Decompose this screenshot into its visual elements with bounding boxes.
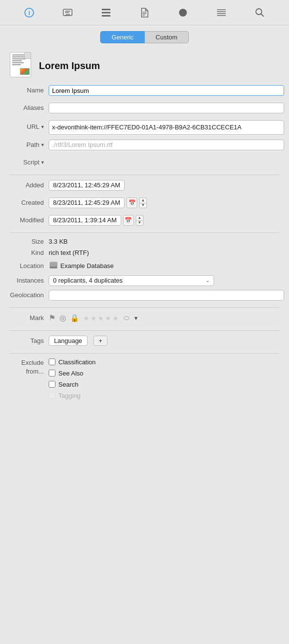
svg-text:i: i (28, 9, 30, 17)
created-calendar-btn[interactable]: 📅 (126, 197, 137, 208)
script-label-wrap: Script ▼ (5, 157, 49, 168)
modified-stepper-down[interactable]: ▼ (136, 220, 144, 226)
label-color-icon[interactable]: ⬭ (124, 314, 129, 322)
star-2[interactable]: ★ (90, 314, 97, 322)
exclude-checkbox-list: Classification See Also Search Tagging (49, 358, 96, 399)
tags-label: Tags (5, 336, 49, 346)
star-4[interactable]: ★ (105, 314, 111, 322)
geolocation-input[interactable] (49, 290, 284, 301)
modified-calendar-btn[interactable]: 📅 (123, 215, 134, 226)
exclude-search-item[interactable]: Search (49, 381, 96, 388)
exclude-seealso-label: See Also (58, 370, 83, 377)
url-label: URL (27, 122, 39, 132)
geolocation-label: Geolocation (5, 290, 49, 301)
mark-label: Mark (5, 313, 49, 323)
script-row: Script ▼ (5, 157, 284, 168)
added-date-value: 8/23/2011, 12:45:29 AM (49, 180, 125, 191)
search-toolbar-icon[interactable] (253, 6, 267, 19)
tag-language[interactable]: Language (49, 336, 88, 346)
exclude-seealso-item[interactable]: See Also (49, 370, 96, 377)
exclude-tagging-label: Tagging (58, 392, 81, 399)
script-dropdown-arrow[interactable]: ▼ (40, 157, 45, 168)
exclude-from-label: Exclude (21, 359, 44, 366)
url-dropdown-arrow[interactable]: ▼ (40, 122, 45, 132)
exclude-classification-label: Classification (58, 358, 96, 366)
exclude-classification-item[interactable]: Classification (49, 358, 96, 366)
modified-date-value: 8/23/2011, 1:39:14 AM (49, 215, 121, 226)
instances-chevron-icon: ⌄ (205, 277, 210, 284)
tags-container: Language + (49, 336, 108, 346)
document-thumbnail (10, 52, 33, 79)
svg-rect-6 (102, 12, 110, 13)
flag-icon[interactable]: ⚑ (49, 313, 55, 322)
lines-icon[interactable] (215, 6, 228, 19)
modified-stepper-up[interactable]: ▲ (136, 215, 144, 220)
name-row: Name (5, 85, 284, 98)
location-label: Location (5, 262, 49, 269)
star-rating[interactable]: ★ ★ ★ ★ ★ (83, 314, 119, 322)
instances-value: 0 replicants, 4 duplicates (53, 277, 123, 284)
tag-add-button[interactable]: + (93, 336, 108, 346)
svg-rect-7 (102, 15, 110, 17)
svg-line-17 (261, 14, 264, 17)
form-area: Name Aliases URL ▼ x-devonthink-item://F… (0, 85, 289, 399)
location-value: Example Database (49, 260, 114, 271)
exclude-tagging-checkbox (49, 392, 55, 399)
created-stepper-up[interactable]: ▲ (139, 197, 147, 203)
created-label: Created (5, 197, 49, 208)
database-icon (49, 260, 58, 271)
svg-point-16 (256, 9, 262, 15)
path-dropdown-arrow[interactable]: ▼ (40, 140, 45, 150)
path-input[interactable]: ./rtf/3/Lorem Ipsum.rtf (49, 140, 284, 150)
name-input[interactable] (49, 85, 284, 96)
label-dropdown-arrow[interactable]: ▼ (133, 315, 139, 321)
exclude-seealso-checkbox[interactable] (49, 370, 55, 376)
aliases-input[interactable] (49, 103, 284, 113)
exclude-from-sublabel: from... (26, 368, 44, 375)
aliases-label: Aliases (5, 103, 49, 113)
added-label: Added (5, 180, 49, 191)
url-label-wrap: URL ▼ (5, 120, 49, 132)
path-label: Path (26, 140, 39, 150)
aliases-row: Aliases (5, 103, 284, 115)
divider-5 (10, 353, 279, 354)
size-row: Size 3.3 KB (5, 238, 284, 245)
svg-rect-5 (102, 9, 110, 10)
name-label: Name (5, 85, 49, 96)
created-stepper-down[interactable]: ▼ (139, 203, 147, 208)
generic-tab[interactable]: Generic (100, 31, 144, 43)
modified-date-wrap: 8/23/2011, 1:39:14 AM 📅 ▲ ▼ (49, 215, 144, 226)
document-title: Lorem Ipsum (39, 60, 100, 72)
info-icon[interactable]: i (22, 6, 36, 19)
created-date-value: 8/23/2011, 12:45:29 AM (49, 197, 125, 208)
mark-row: Mark ⚑ ◎ 🔒 ★ ★ ★ ★ ★ ⬭ ▼ (5, 313, 284, 323)
star-3[interactable]: ★ (98, 314, 104, 322)
exclude-row: Exclude from... Classification See Also … (5, 358, 284, 399)
mark-icons: ⚑ ◎ 🔒 ★ ★ ★ ★ ★ ⬭ ▼ (49, 313, 139, 322)
circle-mark-icon[interactable]: ◎ (59, 313, 66, 322)
added-row: Added 8/23/2011, 12:45:29 AM (5, 180, 284, 193)
size-label: Size (5, 238, 49, 245)
instances-dropdown[interactable]: 0 replicants, 4 duplicates ⌄ (49, 275, 214, 286)
lock-icon[interactable]: 🔒 (70, 314, 79, 322)
tags-row: Tags Language + (5, 336, 284, 346)
exclude-search-checkbox[interactable] (49, 381, 55, 388)
created-date-wrap: 8/23/2011, 12:45:29 AM 📅 ▲ ▼ (49, 197, 147, 208)
comment-icon[interactable] (61, 6, 74, 19)
document-icon[interactable] (138, 6, 151, 19)
added-date-wrap: 8/23/2011, 12:45:29 AM (49, 180, 125, 191)
svg-rect-20 (50, 267, 57, 268)
created-row: Created 8/23/2011, 12:45:29 AM 📅 ▲ ▼ (5, 197, 284, 210)
custom-tab[interactable]: Custom (144, 31, 189, 43)
divider-1 (10, 175, 279, 175)
star-1[interactable]: ★ (83, 314, 90, 322)
exclude-tagging-item: Tagging (49, 392, 96, 399)
circle-icon[interactable] (176, 6, 190, 19)
list-icon[interactable] (99, 6, 113, 19)
url-value[interactable]: x-devonthink-item://FFEC7ED0-01A1-4978-B… (49, 120, 284, 135)
instances-row: Instances 0 replicants, 4 duplicates ⌄ (5, 275, 284, 286)
modified-stepper: ▲ ▼ (136, 215, 144, 226)
path-placeholder: ./rtf/3/Lorem Ipsum.rtf (52, 141, 112, 148)
exclude-classification-checkbox[interactable] (49, 358, 55, 365)
star-5[interactable]: ★ (112, 314, 119, 322)
